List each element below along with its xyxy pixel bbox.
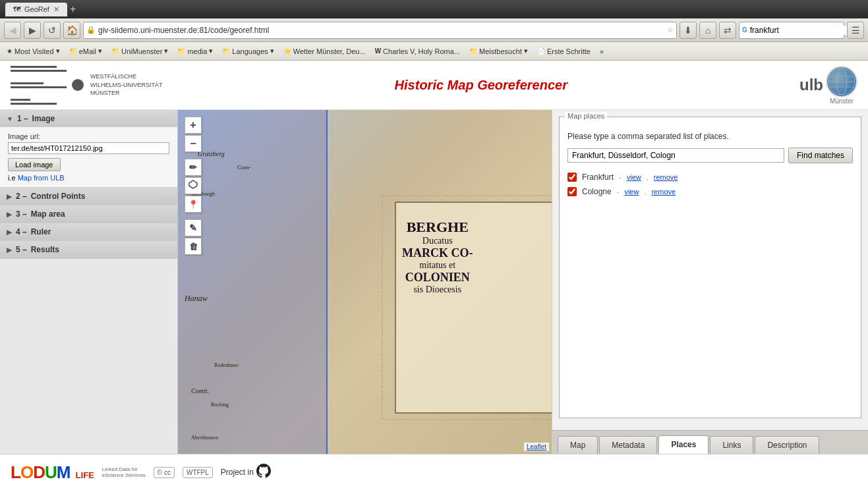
image-section-arrow: ▼ bbox=[7, 115, 13, 122]
map-link-container: i.e Map from ULB bbox=[8, 174, 169, 182]
ulb-text: ulb bbox=[799, 76, 823, 94]
email-folder-icon: 📁 bbox=[69, 47, 77, 55]
home-button[interactable]: 🏠 bbox=[63, 22, 80, 39]
sidebar-section-control-points-header[interactable]: ▶ 2 – Control Points bbox=[0, 188, 177, 205]
erste-schritte-label: Erste Schritte bbox=[547, 47, 591, 55]
leaflet-link[interactable]: Leaflet bbox=[527, 443, 546, 450]
draw-polygon-button[interactable] bbox=[185, 177, 202, 194]
bookmark-wetter[interactable]: ⭐ Wetter Münster, Deu... bbox=[279, 46, 370, 57]
image-url-input[interactable] bbox=[8, 142, 169, 154]
refresh-button[interactable]: ↺ bbox=[43, 22, 61, 39]
search-bar-container: G 🔍 bbox=[739, 22, 844, 39]
download-button[interactable]: ⬇ bbox=[680, 22, 697, 39]
browser-titlebar: 🗺 GeoRef ✕ + bbox=[0, 0, 868, 18]
meistbesucht-arrow: ▾ bbox=[524, 47, 528, 55]
linked-data-line2: eScience Services bbox=[102, 472, 146, 478]
menu-button[interactable]: ☰ bbox=[847, 22, 864, 39]
lodum-l: L bbox=[11, 462, 20, 482]
cologne-remove-link[interactable]: remove bbox=[651, 188, 676, 196]
frankfurt-view-link[interactable]: view bbox=[627, 173, 641, 181]
draw-line-button[interactable]: ✏ bbox=[185, 159, 202, 176]
cologne-sep: - bbox=[617, 188, 620, 196]
image-url-label: Image url: bbox=[8, 132, 169, 140]
delete-icon: 🗑 bbox=[189, 242, 198, 252]
linked-data-text: Linked Data for eScience Services bbox=[102, 466, 146, 478]
add-pin-button[interactable]: 📍 bbox=[185, 196, 202, 213]
map-places-panel: Map places Please type a comma separated… bbox=[552, 110, 868, 430]
bookmark-meistbesucht[interactable]: 📁 Meistbesucht ▾ bbox=[465, 45, 532, 57]
map-area-label: Map area bbox=[31, 209, 65, 219]
back-button[interactable]: ◀ bbox=[4, 22, 21, 39]
email-arrow: ▾ bbox=[98, 47, 102, 55]
cologne-view-link[interactable]: view bbox=[624, 188, 639, 196]
lock-icon: 🔒 bbox=[86, 26, 96, 34]
new-tab-button[interactable]: + bbox=[70, 3, 76, 15]
sidebar-section-map-area-header[interactable]: ▶ 3 – Map area bbox=[0, 205, 177, 223]
most-visited-icon: ★ bbox=[7, 47, 13, 55]
image-section-label: Image bbox=[32, 114, 55, 123]
search-input[interactable] bbox=[750, 26, 849, 35]
map-area-arrow: ▶ bbox=[7, 211, 12, 218]
bookmarks-bar: ★ Most Visited ▾ 📁 eMail ▾ 📁 UniMuenster… bbox=[0, 42, 868, 61]
forward-button[interactable]: ▶ bbox=[24, 22, 41, 39]
edit-button[interactable]: ✎ bbox=[185, 219, 202, 236]
bookmark-media[interactable]: 📁 media ▾ bbox=[173, 45, 217, 57]
sidebar-section-image-header[interactable]: ▼ 1 – Image bbox=[0, 110, 177, 127]
tab-metadata[interactable]: Metadata bbox=[599, 436, 657, 454]
tab-map[interactable]: Map bbox=[558, 436, 598, 454]
right-panel: Map places Please type a comma separated… bbox=[552, 110, 868, 454]
bookmark-uni-muenster[interactable]: 📁 UniMuenster ▾ bbox=[107, 45, 172, 57]
cologne-checkbox[interactable] bbox=[567, 187, 577, 196]
delete-button[interactable]: 🗑 bbox=[185, 238, 202, 255]
tab-description[interactable]: Description bbox=[755, 436, 819, 454]
sync-button[interactable]: ⇄ bbox=[719, 22, 736, 39]
map-controls: + − ✏ 📍 ✎ 🗑 bbox=[185, 117, 202, 255]
sidebar-section-control-points: ▶ 2 – Control Points bbox=[0, 188, 177, 205]
browser-tab[interactable]: 🗺 GeoRef ✕ bbox=[5, 3, 67, 16]
globe-svg bbox=[827, 67, 856, 96]
cartouche-line6: sis Dioecesis bbox=[402, 285, 473, 295]
load-image-button[interactable]: Load image bbox=[8, 158, 61, 171]
sidebar-section-map-area: ▶ 3 – Map area bbox=[0, 205, 177, 223]
panel-border: Map places Please type a comma separated… bbox=[559, 117, 861, 418]
polygon-icon bbox=[188, 180, 198, 192]
sidebar-section-results-header[interactable]: ▶ 5 – Results bbox=[0, 241, 177, 258]
bookmark-charles[interactable]: W Charles V, Holy Roma... bbox=[371, 46, 464, 57]
page-content: WESTFÄLISCHE WILHELMS-UNIVERSITÄT MÜNSTE… bbox=[0, 61, 868, 490]
star-icon[interactable]: ☆ bbox=[667, 26, 674, 34]
bookmark-languages[interactable]: 📁 Languages ▾ bbox=[218, 45, 277, 57]
logo-line-1 bbox=[11, 66, 57, 68]
github-logo[interactable] bbox=[256, 464, 271, 481]
lodum-logo-container: LODUM LIFE bbox=[11, 462, 94, 483]
historic-map: Gratzberg Com- ssenburgh Hanaw Comit. Ab… bbox=[178, 110, 552, 454]
cologne-link-sep: , bbox=[644, 188, 646, 196]
media-label: media bbox=[187, 47, 207, 55]
tab-links[interactable]: Links bbox=[710, 436, 753, 454]
sidebar-section-ruler-header[interactable]: ▶ 4 – Ruler bbox=[0, 223, 177, 240]
tab-close-icon[interactable]: ✕ bbox=[53, 5, 59, 14]
map-from-ulb-link[interactable]: Map from ULB bbox=[18, 174, 65, 182]
ulb-sublabel: Münster bbox=[830, 97, 854, 105]
find-matches-button[interactable]: Find matches bbox=[788, 148, 853, 163]
zoom-in-button[interactable]: + bbox=[185, 117, 202, 134]
leaflet-attribution[interactable]: Leaflet bbox=[524, 443, 549, 451]
frankfurt-remove-link[interactable]: remove bbox=[654, 173, 678, 181]
wtfpl-badge: WTFPL bbox=[183, 467, 213, 478]
ulb-globe bbox=[826, 66, 857, 97]
bookmark-most-visited[interactable]: ★ Most Visited ▾ bbox=[3, 45, 64, 57]
ruler-label: Ruler bbox=[31, 227, 51, 236]
bookmark-erste-schritte[interactable]: 📄 Erste Schritte bbox=[533, 46, 594, 57]
home-nav-button[interactable]: ⌂ bbox=[699, 22, 716, 39]
logo-line-2 bbox=[11, 70, 67, 72]
address-input[interactable] bbox=[98, 26, 664, 35]
map-area-container[interactable]: Gratzberg Com- ssenburgh Hanaw Comit. Ab… bbox=[178, 110, 552, 454]
zoom-out-button[interactable]: − bbox=[185, 135, 202, 152]
places-search-input[interactable] bbox=[567, 148, 784, 163]
tab-places[interactable]: Places bbox=[658, 435, 709, 454]
cc-icon: © bbox=[158, 469, 162, 476]
bookmark-more[interactable]: » bbox=[596, 46, 608, 57]
sidebar-section-image: ▼ 1 – Image Image url: Load image i.e Ma… bbox=[0, 110, 177, 188]
bookmark-email[interactable]: 📁 eMail ▾ bbox=[65, 45, 106, 57]
frankfurt-checkbox[interactable] bbox=[567, 173, 577, 182]
cologne-name: Cologne bbox=[582, 187, 612, 196]
